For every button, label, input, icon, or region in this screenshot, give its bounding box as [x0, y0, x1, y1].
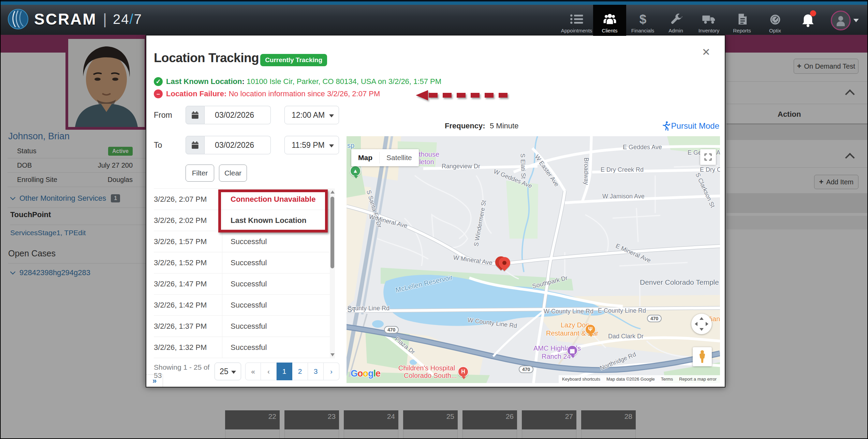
table-row[interactable]: 3/2/26, 1:32 PM Successful — [154, 337, 330, 358]
to-date-group — [186, 136, 271, 154]
table-row[interactable]: 3/2/26, 1:52 PM Successful — [154, 252, 330, 273]
annotation-arrow — [416, 90, 513, 100]
log-status: Successful — [222, 231, 330, 252]
movie-theater-poi-icon[interactable]: ▩ — [567, 345, 578, 356]
attribution-link[interactable]: Terms — [661, 377, 673, 382]
nav-item-optix[interactable]: Optix — [759, 5, 792, 36]
avatar — [831, 11, 851, 30]
brand-logo[interactable]: SCRAM | 24/7 — [8, 9, 142, 30]
nav-item-inventory[interactable]: Inventory — [692, 5, 725, 36]
from-time-select[interactable]: 12:00 AM — [284, 106, 339, 124]
from-date-input[interactable] — [205, 106, 271, 124]
frequency-label: Frequency: — [445, 122, 485, 130]
scroll-up-icon[interactable] — [330, 190, 335, 194]
map-label: S Elati St — [519, 153, 527, 179]
pan-left-icon[interactable] — [695, 322, 697, 326]
fullscreen-button[interactable] — [700, 149, 716, 165]
next-page-button[interactable]: › — [324, 363, 339, 380]
notifications-bell-icon[interactable] — [792, 5, 824, 36]
list-scrollbar[interactable] — [330, 188, 335, 358]
user-avatar-menu[interactable] — [824, 5, 865, 36]
location-tracking-modal: ✕ Location Tracking Currently Tracking ✓… — [146, 35, 725, 387]
prev-page-button[interactable]: ‹ — [261, 363, 277, 380]
nav-item-financials[interactable]: $ Financials — [626, 5, 659, 36]
chevron-down-icon — [231, 371, 236, 374]
pan-down-icon[interactable] — [700, 328, 704, 331]
clients-people-icon — [603, 13, 617, 26]
page-button-1[interactable]: 1 — [277, 363, 292, 380]
admin-wrench-icon — [669, 13, 683, 26]
last-known-label: Last Known Location — [166, 77, 242, 86]
check-circle-icon: ✓ — [154, 77, 163, 86]
inventory-truck-icon — [702, 13, 716, 26]
map-attribution: Keyboard shortcutsMap data ©2026 GoogleT… — [559, 375, 720, 383]
expand-panel-tab[interactable]: » — [146, 374, 163, 387]
table-row[interactable]: 3/2/26, 1:37 PM Successful — [154, 316, 330, 337]
scroll-down-icon[interactable] — [330, 353, 335, 356]
log-time: 3/2/26, 1:37 PM — [154, 322, 222, 331]
brand-divider: | — [103, 11, 107, 28]
arrow-head-icon — [416, 90, 428, 100]
last-known-location-line: ✓ Last Known Location: 10100 Isle Cir, P… — [154, 77, 441, 86]
runner-icon — [662, 121, 671, 131]
scrollbar-thumb[interactable] — [330, 197, 334, 268]
filter-button[interactable]: Filter — [186, 165, 214, 182]
nav-item-appointments[interactable]: Appointments — [560, 5, 593, 36]
map-header-row: Frequency: 5 Minute Pursuit Mode — [347, 122, 720, 132]
appointments-list-icon — [570, 13, 584, 26]
map-pan-control[interactable] — [691, 314, 712, 334]
failure-value: No location information since 3/2/26, 2:… — [229, 89, 380, 98]
to-date-input[interactable] — [205, 136, 271, 154]
log-time: 3/2/26, 1:42 PM — [154, 301, 222, 310]
pagination-bar: Showing 1 - 25 of 53 25 « ‹ 1 2 3 › — [154, 363, 339, 380]
table-row[interactable]: 3/2/26, 2:07 PM Connection Unavailable — [154, 189, 330, 210]
optix-gauge-icon — [768, 13, 782, 26]
highway-470-shield-icon: 470 — [384, 326, 399, 334]
from-date-group — [186, 106, 271, 124]
map-label: Ranch 24 — [542, 353, 571, 360]
log-status: Successful — [222, 273, 330, 294]
pan-up-icon[interactable] — [700, 317, 704, 320]
page-button-2[interactable]: 2 — [292, 363, 308, 380]
restaurant-poi-icon[interactable]: Ψ — [585, 324, 596, 335]
page-size-select[interactable]: 25 — [215, 363, 241, 380]
nav-item-reports[interactable]: Reports — [725, 5, 759, 36]
location-failure-line: – Location Failure: No location informat… — [154, 89, 380, 98]
to-time-select[interactable]: 11:59 PM — [284, 136, 339, 154]
pan-right-icon[interactable] — [706, 322, 708, 326]
attribution-link[interactable]: Map data ©2026 Google — [606, 377, 655, 382]
nav-item-admin[interactable]: Admin — [659, 5, 692, 36]
google-map[interactable]: Alamo Drafthouse Cinema Littleton Rangev… — [347, 136, 720, 383]
satellite-view-button[interactable]: Satellite — [380, 149, 419, 166]
log-time: 3/2/26, 1:57 PM — [154, 237, 222, 246]
map-label: Rangeview Dr — [442, 163, 480, 170]
first-page-button[interactable]: « — [245, 363, 261, 380]
table-row[interactable]: 3/2/26, 2:02 PM Last Known Location — [154, 210, 330, 231]
chevron-down-icon — [329, 114, 334, 117]
from-calendar-button[interactable] — [186, 106, 205, 124]
map-label: W Jamison Ave — [602, 193, 645, 200]
park-poi-icon[interactable]: ▲ — [350, 166, 361, 176]
modal-title: Location Tracking — [154, 51, 259, 65]
close-icon[interactable]: ✕ — [702, 47, 710, 57]
table-row[interactable]: 3/2/26, 1:57 PM Successful — [154, 231, 330, 252]
page-button-3[interactable]: 3 — [308, 363, 324, 380]
table-row[interactable]: 3/2/26, 1:47 PM Successful — [154, 273, 330, 295]
table-row[interactable]: 3/2/26, 1:42 PM Successful — [154, 295, 330, 316]
highway-470-shield-icon: 470 — [647, 315, 662, 322]
chevron-down-icon — [853, 19, 859, 22]
highway-470-shield-icon: 470 — [519, 366, 533, 373]
map-view-button[interactable]: Map — [351, 149, 379, 166]
fullscreen-icon — [704, 153, 712, 161]
hospital-poi-icon[interactable]: H — [458, 366, 469, 377]
pursuit-mode-link[interactable]: Pursuit Mode — [662, 121, 719, 131]
log-time: 3/2/26, 1:32 PM — [154, 343, 222, 352]
attribution-link[interactable]: Keyboard shortcuts — [562, 377, 600, 382]
attribution-link[interactable]: Report a map error — [679, 377, 717, 382]
street-view-pegman[interactable] — [693, 347, 712, 366]
minus-circle-icon: – — [154, 89, 163, 98]
to-calendar-button[interactable] — [186, 136, 205, 154]
clear-button[interactable]: Clear — [219, 165, 247, 182]
nav-item-clients[interactable]: Clients — [593, 5, 626, 36]
map-label: W County Line Rd — [544, 308, 593, 315]
